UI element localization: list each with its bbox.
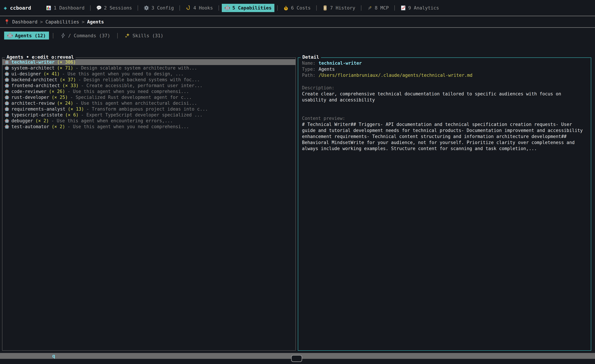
tab-separator: │ <box>136 5 139 11</box>
agent-description: - Specialized Rust development agent for… <box>70 95 191 100</box>
subtab-skills[interactable]: Skills (31) <box>122 32 166 40</box>
robot-icon <box>5 77 9 82</box>
field-value: /Users/florianbruniaux/.claude/agents/te… <box>319 72 472 78</box>
robot-icon <box>5 71 9 76</box>
tab-separator: │ <box>276 5 279 11</box>
subtab-commands[interactable]: / Commands (37) <box>57 32 113 40</box>
breadcrumb-item-capabilities[interactable]: Capabilities <box>46 19 79 24</box>
scroll-icon <box>322 5 328 11</box>
agent-name: ui-designer <box>11 71 41 76</box>
agent-description: - Design reliable backend systems with f… <box>78 77 200 82</box>
agent-row-system-architect[interactable]: system-architect(× 71)- Design scalable … <box>2 65 295 71</box>
tab-separator: │ <box>360 5 362 11</box>
agent-row-backend-architect[interactable]: backend-architect(× 37)- Design reliable… <box>2 77 295 83</box>
agent-usage-count: (× 26) <box>49 89 65 94</box>
money-bag-icon <box>283 5 289 11</box>
agent-usage-count: (× 24) <box>57 100 73 106</box>
subtab-label: / Commands (37) <box>68 33 110 38</box>
agent-description: - Transform ambiguous project ideas into… <box>86 107 208 112</box>
agent-row-technical-writer[interactable]: technical-writer(× 306) <box>2 59 295 65</box>
robot-icon <box>5 95 9 100</box>
app-logo: ◈ ccboard <box>4 5 31 11</box>
subtab-separator: │ <box>52 33 55 38</box>
agent-usage-count: (× 2) <box>52 124 65 129</box>
agent-row-ui-designer[interactable]: ui-designer(× 41)- Use this agent when y… <box>2 71 295 77</box>
tab-label: 1 Dashboard <box>54 5 85 11</box>
robot-icon <box>5 65 9 70</box>
tab-mcp[interactable]: 8 MCP <box>364 4 391 12</box>
breadcrumb-separator: > <box>82 19 85 24</box>
agent-row-debugger[interactable]: debugger(× 2)- Use this agent when encou… <box>2 118 295 124</box>
agent-description: - Use this agent when you need to design… <box>62 71 184 76</box>
subtab-label: Skills (31) <box>133 33 163 38</box>
description-text: Create clear, comprehensive technical do… <box>302 91 584 103</box>
topbar-tabs: 1 Dashboard│2 Sessions│3 Config│4 Hooks│… <box>43 4 442 12</box>
subtab-label: Agents (12) <box>15 33 46 38</box>
robot-icon <box>5 124 9 129</box>
robot-icon <box>5 89 9 94</box>
agent-row-frontend-architect[interactable]: frontend-architect(× 33)- Create accessi… <box>2 83 295 88</box>
tab-analytics[interactable]: 9 Analytics <box>398 4 442 12</box>
lightning-icon <box>60 33 66 38</box>
tab-capabilities[interactable]: 5 Capabilities <box>222 4 274 12</box>
tab-label: 6 Costs <box>291 5 311 11</box>
sparkles-icon <box>125 33 130 38</box>
agent-name: technical-writer <box>11 59 55 65</box>
agent-description: - Use this agent when you need comprehen… <box>67 89 189 94</box>
agent-usage-count: (× 13) <box>68 107 84 112</box>
agent-name: requirements-analyst <box>11 107 65 112</box>
tab-separator: │ <box>217 5 220 11</box>
agent-usage-count: (× 306) <box>57 59 76 65</box>
detail-panel: Detail Name:technical-writerType:AgentsP… <box>298 57 591 351</box>
agent-name: typescript-aristote <box>11 112 63 117</box>
tab-history[interactable]: 7 History <box>319 4 358 12</box>
breadcrumb-item-agents[interactable]: Agents <box>87 19 104 24</box>
robot-icon <box>5 107 9 111</box>
agent-name: test-automator <box>11 124 49 129</box>
agent-row-typescript-aristote[interactable]: typescript-aristote(× 6)- Expert TypeScr… <box>2 112 295 118</box>
tab-hooks[interactable]: 4 Hooks <box>183 4 216 12</box>
agent-row-requirements-analyst[interactable]: requirements-analyst(× 13)- Transform am… <box>2 106 295 112</box>
breadcrumb-item-dashboard[interactable]: Dashboard <box>12 19 37 24</box>
robot-icon <box>5 83 9 88</box>
agents-list: technical-writer(× 306)system-architect(… <box>2 58 295 129</box>
robot-icon <box>5 118 9 123</box>
agent-usage-count: (× 33) <box>63 83 79 88</box>
tab-sessions[interactable]: 2 Sessions <box>93 4 135 12</box>
subtab-agents[interactable]: Agents (12) <box>4 32 49 40</box>
tab-label: 7 History <box>330 5 355 11</box>
tab-label: 4 Hooks <box>193 5 213 11</box>
tab-separator: │ <box>393 5 396 11</box>
field-value: Agents <box>319 66 335 72</box>
robot-icon <box>5 60 9 64</box>
hook-icon <box>185 5 191 11</box>
tab-separator: │ <box>178 5 181 11</box>
tab-config[interactable]: 3 Config <box>141 4 177 12</box>
tab-label: 9 Analytics <box>408 5 439 11</box>
content-preview-text: # Technical Writer## Triggers- API docum… <box>302 121 584 152</box>
agent-name: backend-architect <box>11 77 57 82</box>
agent-row-code-reviewer[interactable]: code-reviewer(× 26)- Use this agent when… <box>2 88 295 94</box>
detail-field-path: Path:/Users/florianbruniaux/.claude/agen… <box>302 72 587 78</box>
subtab-separator: │ <box>116 33 119 38</box>
agent-row-test-automator[interactable]: test-automator(× 2)- Use this agent when… <box>2 124 295 129</box>
tab-separator: │ <box>89 5 92 11</box>
bottom-drag-handle[interactable] <box>291 355 302 362</box>
tab-label: 3 Config <box>151 5 174 11</box>
robot-icon <box>5 113 9 117</box>
tab-label: 8 MCP <box>375 5 389 11</box>
tab-label: 5 Capabilities <box>232 5 272 11</box>
tab-costs[interactable]: 6 Costs <box>280 4 313 12</box>
agent-description: - Use this agent when encountering error… <box>51 118 173 123</box>
detail-fields: Name:technical-writerType:AgentsPath:/Us… <box>302 60 587 78</box>
agent-usage-count: (× 6) <box>65 112 78 117</box>
chart-up-icon <box>400 5 406 11</box>
robot-icon <box>7 33 13 38</box>
agents-list-panel: Agents • e:edit o:reveal technical-write… <box>2 57 296 351</box>
agent-row-rust-developer[interactable]: rust-developer(× 25)- Specialized Rust d… <box>2 94 295 100</box>
agent-name: debugger <box>11 118 33 123</box>
agent-description: - Use this agent when architectural deci… <box>76 100 197 106</box>
tab-dashboard[interactable]: 1 Dashboard <box>43 4 87 12</box>
agent-row-architect-review[interactable]: architect-review(× 24)- Use this agent w… <box>2 100 295 106</box>
robot-icon <box>225 5 230 11</box>
